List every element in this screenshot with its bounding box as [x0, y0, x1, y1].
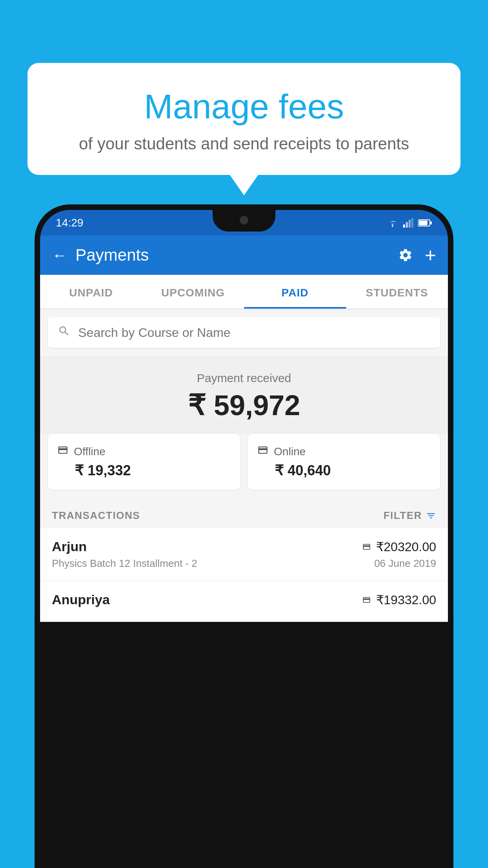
- app-bar: ← Payments +: [40, 235, 448, 275]
- phone-screen: 14:29: [40, 210, 448, 868]
- transactions-label: TRANSACTIONS: [52, 509, 140, 522]
- search-input[interactable]: [78, 326, 430, 340]
- transaction-row[interactable]: Anupriya ₹19332.00: [40, 581, 448, 622]
- online-icon: [257, 445, 268, 458]
- online-label: Online: [274, 445, 306, 458]
- payment-type-icon: [361, 596, 372, 604]
- payment-received-label: Payment received: [48, 371, 440, 385]
- phone-frame: 14:29: [35, 204, 453, 868]
- search-bar[interactable]: [48, 317, 440, 348]
- settings-icon[interactable]: [398, 248, 413, 263]
- svg-rect-6: [419, 221, 427, 225]
- svg-point-0: [392, 225, 393, 227]
- online-card: Online ₹ 40,640: [248, 434, 440, 490]
- transaction-row[interactable]: Arjun ₹20320.00 Physics Batch 12 Install…: [40, 528, 448, 581]
- offline-amount: ₹ 19,332: [57, 462, 231, 479]
- payment-type-icon: [361, 542, 372, 551]
- transaction-name: Anupriya: [52, 592, 110, 607]
- screen-content: Payment received ₹ 59,972 Offline ₹ 19,3…: [40, 309, 448, 622]
- transaction-amount: ₹20320.00: [361, 539, 436, 554]
- svg-rect-7: [430, 221, 432, 224]
- speech-bubble: Manage fees of your students and send re…: [28, 63, 460, 175]
- battery-icon: [418, 219, 432, 227]
- payment-total-amount: ₹ 59,972: [48, 389, 440, 422]
- svg-rect-2: [406, 222, 408, 228]
- svg-rect-4: [411, 218, 413, 228]
- status-bar: 14:29: [40, 210, 448, 235]
- transaction-amount: ₹19332.00: [361, 592, 436, 607]
- payment-summary: Payment received ₹ 59,972: [40, 356, 448, 434]
- signal-icon: [403, 218, 413, 228]
- svg-rect-1: [403, 224, 405, 228]
- back-button[interactable]: ←: [52, 246, 68, 264]
- payment-cards: Offline ₹ 19,332 Online ₹ 40,640: [40, 434, 448, 502]
- offline-label: Offline: [74, 445, 105, 458]
- filter-icon: [426, 511, 436, 521]
- transaction-course: Physics Batch 12 Installment - 2: [52, 557, 197, 570]
- tab-students[interactable]: STUDENTS: [346, 275, 448, 309]
- filter-label: FILTER: [383, 509, 422, 522]
- notch: [213, 210, 275, 232]
- svg-rect-3: [409, 220, 411, 228]
- app-bar-actions: +: [398, 244, 436, 267]
- speech-bubble-title: Manage fees: [47, 86, 441, 127]
- search-icon: [58, 324, 70, 341]
- transaction-date: 06 June 2019: [374, 557, 436, 570]
- speech-bubble-subtitle: of your students and send receipts to pa…: [47, 134, 441, 153]
- transactions-header: TRANSACTIONS FILTER: [40, 502, 448, 528]
- online-amount: ₹ 40,640: [257, 462, 431, 479]
- offline-icon: [57, 445, 68, 458]
- tab-paid[interactable]: PAID: [244, 275, 346, 309]
- camera: [240, 216, 248, 224]
- filter-button[interactable]: FILTER: [383, 509, 436, 522]
- wifi-icon: [387, 218, 398, 228]
- status-time: 14:29: [56, 217, 83, 229]
- status-icons: [387, 218, 432, 228]
- tab-unpaid[interactable]: UNPAID: [40, 275, 142, 309]
- tabs-bar: UNPAID UPCOMING PAID STUDENTS: [40, 275, 448, 309]
- tab-upcoming[interactable]: UPCOMING: [142, 275, 244, 309]
- app-bar-title: Payments: [75, 246, 398, 265]
- transaction-name: Arjun: [52, 539, 87, 554]
- offline-card: Offline ₹ 19,332: [48, 434, 240, 490]
- add-button[interactable]: +: [425, 244, 436, 267]
